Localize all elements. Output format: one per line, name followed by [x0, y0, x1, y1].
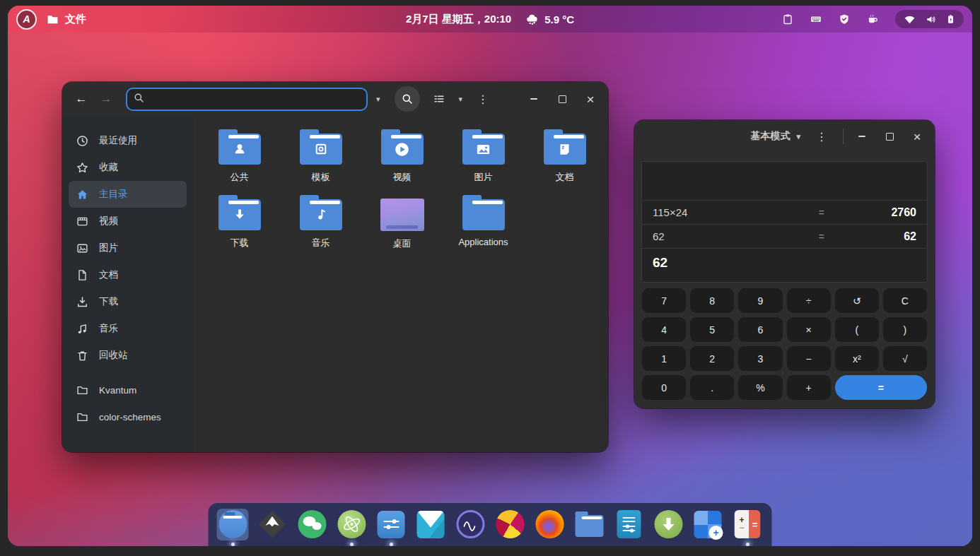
mode-selector[interactable]: 基本模式 [750, 130, 800, 143]
system-status-area[interactable] [895, 10, 964, 28]
maximize-button[interactable] [553, 90, 571, 108]
folder-applications[interactable]: Applications [443, 191, 524, 257]
calc-menu-kebab-button[interactable] [810, 130, 834, 143]
key-clear[interactable]: C [883, 288, 927, 313]
search-toggle-button[interactable] [395, 86, 420, 112]
minimize-button[interactable] [525, 90, 543, 108]
coffee-icon[interactable] [866, 13, 879, 25]
search-options-caret[interactable] [371, 95, 385, 104]
key-subtract[interactable]: − [787, 346, 831, 371]
key-6[interactable]: 6 [738, 317, 782, 342]
dock-ball-app[interactable] [494, 509, 526, 540]
dock-tweaks[interactable] [375, 509, 407, 540]
calc-close-button[interactable] [908, 127, 926, 146]
list-view-button[interactable] [428, 88, 450, 110]
key-square[interactable]: x² [835, 346, 879, 371]
dock-calculator-app[interactable]: +− = [732, 509, 764, 540]
current-entry[interactable]: 62 [642, 249, 927, 282]
key-multiply[interactable]: × [787, 317, 831, 342]
sidebar-item-music[interactable]: 音乐 [69, 315, 187, 342]
wechat-icon [298, 510, 326, 538]
dock-file-manager[interactable] [573, 509, 605, 540]
key-percent[interactable]: % [738, 375, 782, 400]
header-divider [843, 129, 844, 144]
key-8[interactable]: 8 [690, 288, 734, 313]
dock-atom-editor[interactable] [336, 509, 368, 540]
calc-maximize-button[interactable] [880, 127, 899, 146]
weather-widget[interactable]: 5.9 °C [525, 13, 574, 26]
settings-document-icon [617, 510, 641, 538]
folder-downloads[interactable]: 下载 [199, 191, 280, 257]
sidebar-item-documents[interactable]: 文档 [69, 261, 187, 288]
dock-inkscape[interactable] [257, 509, 288, 540]
trash-icon [76, 350, 88, 362]
calculator-window: 基本模式 115×24 = 2760 62 = 62 [634, 120, 935, 408]
key-close-paren[interactable]: ) [883, 317, 927, 342]
folder-templates[interactable]: 模板 [280, 126, 361, 191]
sidebar-item-trash[interactable]: 回收站 [69, 342, 187, 369]
history-row[interactable]: 115×24 = 2760 [642, 201, 927, 225]
shield-check-icon[interactable] [839, 13, 850, 25]
dock-firefox[interactable] [534, 509, 566, 540]
sidebar-item-pictures[interactable]: 图片 [69, 235, 187, 261]
dock-screenshot-tool[interactable] [692, 509, 724, 540]
key-3[interactable]: 3 [738, 346, 782, 371]
files-content-area[interactable]: 公共 模板 视频 [193, 116, 608, 452]
sidebar-item-home[interactable]: 主目录 [69, 181, 187, 208]
key-sqrt[interactable]: √ [883, 346, 927, 371]
downloader-icon [654, 510, 682, 538]
dock-mail[interactable] [415, 509, 447, 540]
sidebar-label: color-schemes [99, 412, 161, 422]
key-undo[interactable]: ↺ [835, 288, 879, 313]
key-7[interactable]: 7 [642, 288, 686, 313]
calc-minimize-button[interactable] [853, 127, 871, 146]
folder-pictures[interactable]: 图片 [443, 126, 524, 191]
close-button[interactable] [581, 90, 600, 108]
clipboard-icon[interactable] [782, 13, 793, 25]
dock-settings-document[interactable] [613, 509, 645, 540]
folder-desktop[interactable]: 桌面 [361, 191, 443, 257]
menu-kebab-button[interactable] [471, 93, 495, 106]
key-9[interactable]: 9 [738, 288, 782, 313]
sidebar-label: 图片 [99, 242, 118, 254]
keyboard-icon[interactable] [810, 13, 822, 25]
key-0[interactable]: 0 [642, 375, 686, 400]
clock-label[interactable]: 2月7日 星期五，20:10 [406, 13, 511, 26]
search-input[interactable] [149, 93, 360, 105]
key-equals[interactable]: = [835, 375, 927, 400]
key-open-paren[interactable]: ( [835, 317, 879, 342]
key-1[interactable]: 1 [642, 346, 686, 371]
sidebar-item-recent[interactable]: 最近使用 [69, 127, 187, 154]
sidebar-item-starred[interactable]: 收藏 [69, 154, 187, 181]
key-2[interactable]: 2 [690, 346, 734, 371]
search-bar[interactable] [126, 88, 368, 111]
dock-wave-app[interactable] [455, 509, 486, 540]
folder-icon [47, 13, 59, 25]
key-4[interactable]: 4 [642, 317, 686, 342]
key-5[interactable]: 5 [690, 317, 734, 342]
sidebar-item-downloads[interactable]: 下载 [69, 288, 187, 315]
inkscape-icon [258, 510, 286, 538]
history-equals: = [819, 231, 824, 242]
key-divide[interactable]: ÷ [787, 288, 831, 313]
key-add[interactable]: + [787, 375, 831, 400]
folder-public[interactable]: 公共 [199, 126, 280, 191]
folder-documents[interactable]: 文档 [524, 126, 605, 191]
active-app-menu[interactable]: 文件 [47, 13, 86, 26]
forward-button[interactable] [95, 88, 117, 110]
history-row[interactable]: 62 = 62 [642, 225, 927, 249]
distro-logo-button[interactable]: A [16, 9, 37, 30]
dock-files-app[interactable] [217, 509, 249, 540]
dock-downloader[interactable] [653, 509, 684, 540]
dock-wechat[interactable] [296, 509, 328, 540]
sidebar-item-videos[interactable]: 视频 [69, 208, 187, 235]
tweaks-icon [378, 511, 405, 538]
folder-videos[interactable]: 视频 [361, 126, 443, 191]
sidebar-item-kvantum[interactable]: Kvantum [69, 377, 187, 403]
back-button[interactable] [71, 88, 92, 110]
history-equals: = [819, 207, 824, 218]
view-options-caret[interactable] [454, 95, 468, 104]
sidebar-item-color-schemes[interactable]: color-schemes [69, 403, 187, 430]
key-decimal[interactable]: . [690, 375, 734, 400]
folder-music[interactable]: 音乐 [280, 191, 361, 257]
